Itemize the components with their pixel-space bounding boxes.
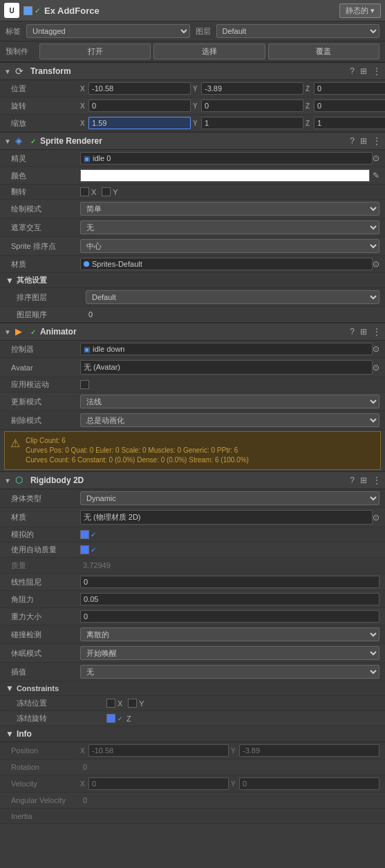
transform-help-icon[interactable]: ? (350, 66, 355, 76)
info-vel-y-label: Y (231, 780, 238, 788)
draw-mode-select[interactable]: 简单 (80, 202, 379, 216)
rb-material-field[interactable]: 无 (物理材质 2D) (80, 510, 373, 525)
material-pick-button[interactable]: ⊙ (373, 259, 379, 269)
culling-select[interactable]: 总是动画化 (80, 413, 379, 427)
info-velocity-label: Velocity (11, 780, 80, 788)
info-vel-y-item: Y (231, 777, 379, 790)
apply-root-checkbox[interactable] (80, 380, 89, 389)
gravity-input[interactable] (80, 610, 379, 623)
prefab-cover-button[interactable]: 覆盖 (268, 44, 379, 59)
scale-y-input[interactable] (201, 117, 303, 129)
rigidbody2d-menu-icon[interactable]: ⋮ (373, 475, 381, 485)
sleep-select[interactable]: 开始唤醒 (80, 646, 379, 660)
animator-help-icon[interactable]: ? (350, 327, 355, 337)
rb-material-pick-button[interactable]: ⊙ (373, 513, 379, 522)
sprite-renderer-section-header[interactable]: ▼ ◈ ✓ Sprite Renderer ? ⊞ ⋮ (0, 132, 385, 150)
animator-title: Animator (40, 327, 346, 337)
angular-drag-input[interactable] (80, 593, 379, 605)
avatar-pick-button[interactable]: ⊙ (373, 363, 379, 372)
rigidbody2d-section-header[interactable]: ▼ ⬡ Rigidbody 2D ? ⊞ ⋮ (0, 471, 385, 489)
transform-section-header[interactable]: ▼ ⟳ Transform ? ⊞ ⋮ (0, 62, 385, 80)
info-position-label: Position (11, 746, 80, 755)
pos-y-input[interactable] (201, 82, 303, 95)
active-checkbox[interactable]: ✓ (24, 6, 40, 15)
mask-row: 遮罩交互 无 (0, 218, 385, 237)
active-cb-box[interactable] (24, 6, 32, 15)
pos-z-input[interactable] (314, 82, 385, 95)
scale-x-input[interactable] (88, 117, 191, 129)
sprite-renderer-menu-icon[interactable]: ⋮ (373, 136, 381, 146)
sprite-renderer-enabled-check[interactable]: ✓ (30, 138, 36, 145)
info-header[interactable]: ▼ Info (0, 726, 385, 742)
sprite-renderer-settings-icon[interactable]: ⊞ (360, 136, 367, 146)
animator-enabled-check[interactable]: ✓ (30, 328, 36, 336)
layer-select[interactable]: Default (216, 24, 380, 38)
freeze-rot-z-checkbox[interactable] (106, 714, 115, 723)
tag-select[interactable]: Untagged (26, 24, 190, 38)
order-label: 图层顺序 (17, 310, 86, 320)
sprite-field-text: idle 0 (93, 154, 369, 162)
flip-y-checkbox[interactable] (102, 187, 111, 196)
collision-select[interactable]: 离散的 (80, 628, 379, 641)
animator-section-header[interactable]: ▼ ▶ ✓ Animator ? ⊞ ⋮ (0, 323, 385, 341)
transform-menu-icon[interactable]: ⋮ (373, 66, 381, 76)
rigidbody2d-help-icon[interactable]: ? (350, 475, 355, 485)
object-name: Ex AddForce (44, 6, 335, 16)
animator-menu-icon[interactable]: ⋮ (373, 327, 381, 337)
sprite-renderer-actions: ? ⊞ ⋮ (350, 136, 381, 146)
pos-x-input[interactable] (88, 82, 191, 95)
scale-z-input[interactable] (314, 117, 385, 129)
controller-pick-button[interactable]: ⊙ (373, 344, 379, 354)
freeze-pos-x-checkbox[interactable] (106, 699, 115, 708)
body-type-select[interactable]: Dynamic (80, 491, 379, 505)
apply-root-row: 应用根运动 (0, 377, 385, 393)
sort-layer-row: 排序图层 Default (0, 288, 385, 307)
transform-actions: ? ⊞ ⋮ (350, 66, 381, 76)
linear-drag-row: 线性阻尼 (0, 574, 385, 591)
rot-z-input[interactable] (314, 100, 385, 112)
interpolate-select[interactable]: 无 (80, 665, 379, 679)
other-settings-header[interactable]: ▼ 其他设置 (0, 273, 385, 288)
position-row: 位置 X Y Z (0, 80, 385, 97)
body-type-label: 身体类型 (11, 493, 80, 504)
static-button[interactable]: 静态的 ▾ (339, 3, 381, 18)
linear-drag-input[interactable] (80, 576, 379, 588)
freeze-rot-z-item: ✓ Z (106, 714, 131, 723)
rot-z-item: Z (306, 100, 385, 112)
prefab-select-button[interactable]: 选择 (153, 44, 265, 59)
rb-material-text: 无 (物理材质 2D) (84, 512, 369, 522)
simulated-checkbox[interactable] (80, 530, 89, 539)
info-title: Info (17, 729, 32, 739)
transform-settings-icon[interactable]: ⊞ (360, 66, 367, 76)
flip-x-checkbox[interactable] (80, 187, 89, 196)
animator-chevron: ▼ (4, 328, 11, 336)
constraints-header[interactable]: ▼ Constraints (0, 681, 385, 696)
color-swatch[interactable] (80, 169, 370, 182)
material-field[interactable]: Sprites-Default (80, 258, 373, 270)
collision-row: 碰撞检测 离散的 (0, 625, 385, 644)
sort-point-select[interactable]: 中心 (80, 239, 379, 253)
sprite-pick-button[interactable]: ⊙ (373, 153, 379, 163)
sort-layer-select[interactable]: Default (86, 290, 379, 304)
sprite-object-field[interactable]: ▣ idle 0 (80, 152, 373, 164)
freeze-pos-y-checkbox[interactable] (128, 699, 137, 708)
sprite-renderer-help-icon[interactable]: ? (350, 136, 355, 146)
scale-row: 缩放 X Y Z (0, 115, 385, 132)
mask-select[interactable]: 无 (80, 220, 379, 234)
info-rotation-label: Rotation (11, 763, 80, 771)
avatar-field[interactable]: 无 (Avatar) (80, 360, 373, 375)
animator-settings-icon[interactable]: ⊞ (360, 327, 367, 337)
freeze-pos-label: 冻结位置 (17, 698, 106, 708)
auto-mass-label: 使用自动质量 (11, 545, 80, 555)
rigidbody2d-settings-icon[interactable]: ⊞ (360, 475, 367, 485)
eyedropper-icon[interactable]: ✎ (373, 171, 379, 180)
rot-y-label: Y (193, 102, 200, 110)
material-label: 材质 (11, 259, 80, 270)
prefab-open-button[interactable]: 打开 (39, 44, 151, 59)
rot-x-input[interactable] (88, 100, 191, 112)
rot-y-input[interactable] (201, 100, 303, 112)
update-mode-select[interactable]: 法线 (80, 395, 379, 408)
controller-field[interactable]: ▣ idle down (80, 343, 373, 355)
rigidbody2d-chevron: ▼ (4, 477, 11, 484)
auto-mass-checkbox[interactable] (80, 545, 89, 554)
